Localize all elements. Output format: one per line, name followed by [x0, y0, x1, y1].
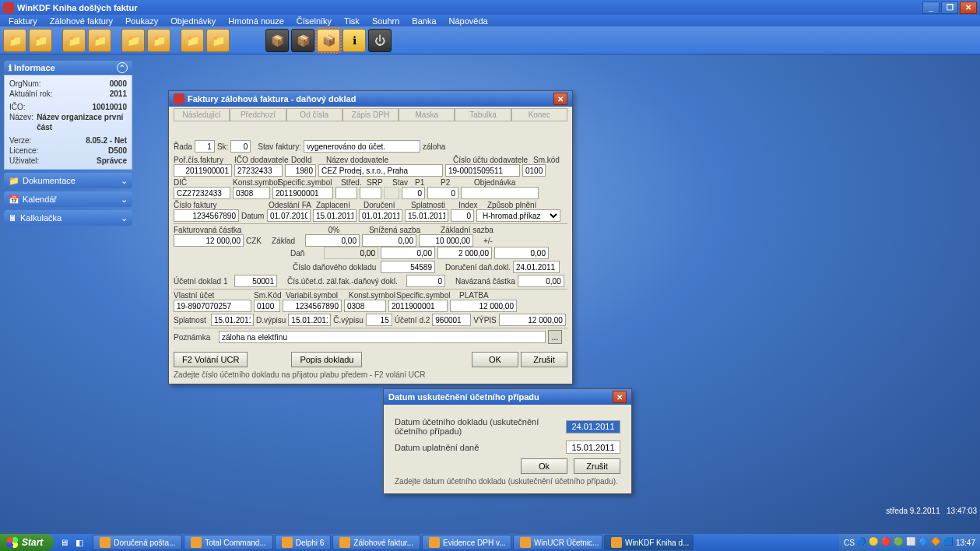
splatnost-input[interactable]	[405, 209, 448, 222]
rada-input[interactable]	[195, 140, 215, 153]
p2-input[interactable]	[427, 187, 458, 199]
tab-tabulka[interactable]: Tabulka	[455, 108, 511, 121]
ucetni-d2-input[interactable]	[432, 314, 471, 326]
minimize-button[interactable]: _	[922, 2, 940, 14]
menu-zalohove[interactable]: Zálohové faktury	[44, 16, 119, 26]
menu-poukazy[interactable]: Poukazy	[119, 16, 164, 26]
zpusob-plneni-select[interactable]: H-hromad.příkaz	[476, 209, 560, 222]
tray-icon-1[interactable]: 🔵	[856, 537, 867, 548]
dialog-faktura-title-bar[interactable]: Faktury zálohová faktura - daňový doklad…	[169, 91, 572, 107]
tray-icon-7[interactable]: 🔶	[931, 537, 942, 548]
p1-input[interactable]	[402, 187, 425, 199]
odeslani-input[interactable]	[267, 209, 311, 222]
specific-symbol2-input[interactable]	[388, 300, 448, 312]
zaklad-2[interactable]	[419, 234, 473, 247]
tool-btn-7[interactable]: 📁	[181, 29, 204, 52]
f2-volani-ucr-button[interactable]: F2 Volání UCR	[174, 352, 248, 367]
por-cislo-input[interactable]	[174, 164, 232, 177]
popis-dokladu-button[interactable]: Popis dokladu	[291, 352, 362, 367]
srp-input[interactable]	[360, 187, 381, 199]
menu-napoveda[interactable]: Nápověda	[443, 16, 494, 26]
tool-btn-1[interactable]: 📁	[3, 29, 26, 52]
dan-2[interactable]	[437, 247, 492, 259]
cislo-uctu-input[interactable]	[445, 164, 520, 177]
vlastni-ucet-input[interactable]	[174, 300, 251, 312]
tray-icon-3[interactable]: 🔴	[881, 537, 892, 548]
cislo-dan-dokladu-input[interactable]	[381, 261, 435, 273]
ucetni-doklad-1-input[interactable]	[234, 275, 277, 287]
sidebar-info-header[interactable]: ℹ Informace ⌃	[4, 61, 132, 75]
menu-tisk[interactable]: Tisk	[338, 16, 366, 26]
dan-3[interactable]	[494, 247, 549, 259]
ico-dodavatele-input[interactable]	[234, 164, 283, 177]
datum-uc-dokladu-input[interactable]	[566, 420, 620, 433]
tab-konec[interactable]: Konec	[511, 108, 567, 121]
tab-nasledujici[interactable]: Následující	[174, 108, 230, 121]
splatnost2-input[interactable]	[211, 314, 254, 326]
task-delphi[interactable]: Delphi 6	[275, 535, 332, 550]
menu-ciselniky[interactable]: Číselníky	[290, 16, 338, 26]
task-dorucena-posta[interactable]: Doručená pošta...	[93, 535, 182, 550]
c-vypisu-input[interactable]	[366, 314, 392, 326]
dialog-datum-title-bar[interactable]: Datum uskutečnění účetního případu ✕	[384, 389, 631, 405]
cislo-faktury-input[interactable]	[174, 209, 239, 222]
stred-input[interactable]	[335, 187, 357, 199]
tool-btn-4[interactable]: 📁	[88, 29, 111, 52]
tray-icon-6[interactable]: 🔷	[919, 537, 929, 548]
menu-souhrn[interactable]: Souhrn	[366, 16, 406, 26]
task-zalohove[interactable]: Zálohové faktur...	[332, 535, 420, 550]
dialog-datum-close-button[interactable]: ✕	[613, 391, 627, 403]
tool-btn-info[interactable]: ℹ	[342, 29, 366, 52]
zaklad-1[interactable]	[362, 234, 416, 247]
tab-maska[interactable]: Maska	[399, 108, 455, 121]
d-vypisu-input[interactable]	[288, 314, 331, 326]
restore-button[interactable]: ❐	[941, 2, 958, 14]
ql-desktop-icon[interactable]: 🖥	[57, 535, 71, 549]
tray-icon-5[interactable]: ⬜	[906, 537, 917, 548]
ql-app-icon[interactable]: ◧	[72, 535, 86, 549]
poznamka-input[interactable]	[219, 331, 546, 343]
ok-button[interactable]: OK	[472, 352, 518, 367]
tool-btn-power[interactable]: ⏻	[368, 29, 392, 52]
smkod2-input[interactable]	[254, 300, 280, 312]
konst-symbol-input[interactable]	[233, 187, 270, 199]
dodid-input[interactable]	[285, 164, 316, 177]
tray-clock[interactable]: 13:47	[956, 539, 975, 547]
variabil-symbol-input[interactable]	[283, 300, 342, 312]
cis-ucet-d-input[interactable]	[406, 275, 445, 287]
sidebar-dokumentace[interactable]: 📁Dokumentace ⌄	[4, 173, 132, 188]
menu-objednavky[interactable]: Objednávky	[164, 16, 222, 26]
datum-ok-button[interactable]: Ok	[521, 458, 567, 474]
tray-icon-2[interactable]: 🟡	[869, 537, 880, 548]
menu-banka[interactable]: Banka	[406, 16, 442, 26]
nazev-dodavatele-input[interactable]	[318, 164, 443, 177]
zaklad-0[interactable]	[305, 234, 360, 247]
doruceni-dan-dokl-input[interactable]	[513, 261, 560, 273]
tab-zapis-dph[interactable]: Zápis DPH	[342, 108, 399, 121]
dic-input[interactable]	[174, 187, 230, 199]
objednavka-input[interactable]	[461, 187, 539, 199]
task-winucr[interactable]: WinUCR Účetnic...	[513, 535, 602, 550]
tool-btn-box-2[interactable]: 📦	[291, 29, 314, 52]
sidebar-kalkulacka[interactable]: 🖩Kalkulačka ⌄	[4, 210, 132, 226]
konst-symbol2-input[interactable]	[344, 300, 386, 312]
tray-icon-4[interactable]: 🟢	[894, 537, 904, 548]
doruceni-input[interactable]	[359, 209, 402, 222]
dan-1[interactable]	[381, 247, 435, 259]
dialog-close-button[interactable]: ✕	[553, 93, 567, 105]
stav-faktury-input[interactable]	[304, 140, 420, 153]
poznamka-expand-button[interactable]: ...	[548, 330, 562, 344]
menu-faktury[interactable]: Faktury	[2, 16, 44, 26]
sk-input[interactable]	[230, 140, 251, 153]
tool-btn-8[interactable]: 📁	[206, 29, 230, 52]
specific-symbol-input[interactable]	[272, 187, 333, 199]
task-evidence-dph[interactable]: Evidence DPH v...	[422, 535, 511, 550]
fakturovana-input[interactable]	[174, 234, 244, 247]
task-winkdf[interactable]: WinKDF Kniha d...	[604, 535, 694, 550]
tool-btn-box-1[interactable]: 📦	[265, 29, 289, 52]
index-input[interactable]	[451, 209, 474, 222]
zaplaceni-input[interactable]	[313, 209, 357, 222]
zrusit-button[interactable]: Zrušit	[521, 352, 567, 367]
tab-predchozi[interactable]: Předchozí	[230, 108, 286, 121]
start-button[interactable]: Start	[0, 534, 54, 551]
